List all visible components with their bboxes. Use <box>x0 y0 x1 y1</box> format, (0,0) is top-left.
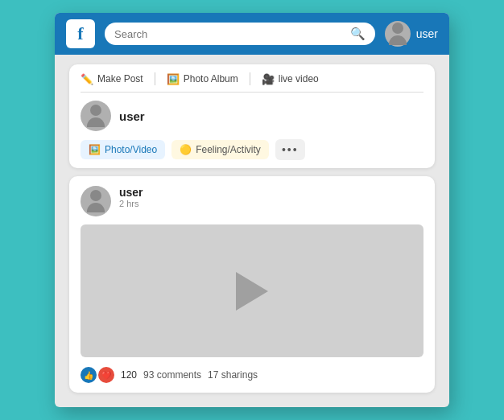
photo-album-label: Photo Album <box>184 73 238 84</box>
nav-user-label: user <box>416 27 438 40</box>
create-post-avatar <box>81 101 111 131</box>
photo-video-button[interactable]: 🖼️ Photo/Video <box>81 140 165 159</box>
facebook-logo[interactable]: f <box>66 19 95 48</box>
post-time: 2 hrs <box>119 199 143 208</box>
reaction-count: 120 <box>121 369 137 381</box>
feeling-icon: 🟡 <box>180 144 192 155</box>
avatar <box>385 21 411 47</box>
feeling-label: Feeling/Activity <box>196 144 261 155</box>
post-top-actions: ✏️ Make Post 🖼️ Photo Album 🎥 live video <box>81 72 423 93</box>
post-user-row: user <box>81 101 423 131</box>
nav-user[interactable]: user <box>385 21 438 47</box>
sharings-stat: 17 sharings <box>208 369 258 381</box>
photo-video-label: Photo/Video <box>105 144 157 155</box>
post-bottom-actions: 🖼️ Photo/Video 🟡 Feeling/Activity ••• <box>81 139 423 160</box>
create-post-username: user <box>119 109 145 123</box>
feeling-activity-button[interactable]: 🟡 Feeling/Activity <box>171 140 269 159</box>
live-video-action[interactable]: 🎥 live video <box>250 73 330 85</box>
heart-reaction-icon: ❤️ <box>98 367 114 383</box>
make-post-action[interactable]: ✏️ Make Post <box>81 73 155 85</box>
search-icon: 🔍 <box>350 27 366 41</box>
photo-album-action[interactable]: 🖼️ Photo Album <box>155 73 250 85</box>
search-bar[interactable]: 🔍 <box>105 23 375 45</box>
post-avatar-silhouette-icon <box>87 190 105 212</box>
more-dots-label: ••• <box>282 143 299 156</box>
video-icon: 🎥 <box>262 73 275 85</box>
like-reaction-icon: 👍 <box>81 367 97 383</box>
navbar: f 🔍 user <box>55 13 449 55</box>
post-stats: 👍 ❤️ 120 93 comments 17 sharings <box>81 367 423 383</box>
content-area: ✏️ Make Post 🖼️ Photo Album 🎥 live video <box>55 55 449 407</box>
comments-stat: 93 comments <box>143 369 201 381</box>
user-avatar-silhouette-icon <box>87 105 105 127</box>
pencil-icon: ✏️ <box>81 73 93 85</box>
post-create-card: ✏️ Make Post 🖼️ Photo Album 🎥 live video <box>69 64 435 168</box>
live-video-label: live video <box>279 73 319 84</box>
more-options-button[interactable]: ••• <box>275 139 305 160</box>
post-username: user <box>119 186 143 199</box>
photo-video-icon: 🖼️ <box>89 144 101 155</box>
post-user-info: user 2 hrs <box>119 186 143 208</box>
browser-window: f 🔍 user ✏️ Make Post 🖼️ Ph <box>55 13 449 407</box>
post-user-meta: user 2 hrs <box>81 186 423 216</box>
reaction-icons: 👍 ❤️ <box>81 367 114 383</box>
user-silhouette-icon <box>389 23 407 45</box>
post-avatar <box>81 186 111 216</box>
photo-icon: 🖼️ <box>167 73 180 85</box>
video-post-card: user 2 hrs 👍 ❤️ 120 93 comments <box>69 176 435 393</box>
make-post-label: Make Post <box>97 73 143 84</box>
play-button-icon[interactable] <box>236 272 268 311</box>
search-input[interactable] <box>114 28 344 40</box>
video-player[interactable] <box>81 224 423 357</box>
